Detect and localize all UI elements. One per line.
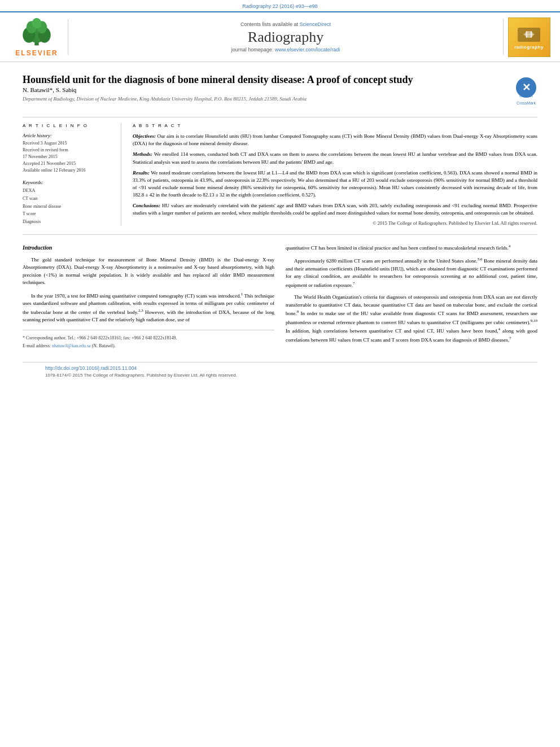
article-info-column: A R T I C L E I N F O Article history: R… xyxy=(23,123,121,225)
article-info-abstract-section: A R T I C L E I N F O Article history: R… xyxy=(23,117,537,225)
section-divider xyxy=(23,234,537,235)
footer-bar: http://dx.doi.org/10.1016/j.radi.2015.11… xyxy=(23,362,537,381)
footnotes: * Corresponding author. Tel.: +966 2 640… xyxy=(23,330,274,349)
abstract-column: A B S T R A C T Objectives: Our aim is t… xyxy=(121,123,537,225)
received-revised-date: 17 November 2015 xyxy=(23,154,112,160)
sciencedirect-link[interactable]: ScienceDirect xyxy=(300,21,331,27)
journal-logo-area: radiography xyxy=(504,18,554,57)
keyword-tscore: T score xyxy=(23,210,112,218)
journal-reference: Radiography 22 (2016) e93—e98 xyxy=(0,0,560,11)
email-footnote: E-mail address: nhatawil@kau.edu.sa (N. … xyxy=(23,343,274,349)
xray-icon xyxy=(515,25,543,45)
article-history: Article history: Received 3 August 2015 … xyxy=(23,133,112,174)
affiliation: Department of Radiology, Division of Nuc… xyxy=(23,96,424,102)
elsevier-label: ELSEVIER xyxy=(15,49,58,57)
journal-header: ELSEVIER Contents lists available at Sci… xyxy=(0,11,560,62)
ref-7b: 7 xyxy=(509,336,511,340)
keyword-diagnosis: Diagnosis xyxy=(23,218,112,226)
article-info-label: A R T I C L E I N F O xyxy=(23,123,112,128)
crossmark-label: CrossMark xyxy=(515,101,537,105)
authors: N. Batawil*, S. Sabiq xyxy=(23,86,424,93)
journal-title: Radiography xyxy=(80,29,492,46)
abstract-conclusions: Conclusions: HU values are moderately co… xyxy=(133,202,537,217)
abstract-label: A B S T R A C T xyxy=(133,123,537,128)
keywords-title: Keywords: xyxy=(23,180,112,185)
svg-text:CrossMark: CrossMark xyxy=(519,94,533,98)
contents-line: Contents lists available at ScienceDirec… xyxy=(80,21,492,27)
abstract-objectives: Objectives: Our aim is to correlate Houn… xyxy=(133,133,537,147)
homepage-link[interactable]: www.elsevier.com/locate/radi xyxy=(275,47,340,53)
intro-para-1: The gold standard technique for measurem… xyxy=(23,256,274,287)
svg-text:✕: ✕ xyxy=(522,82,531,93)
ref-9-10: 9,10 xyxy=(531,318,537,323)
ref-7a: 7 xyxy=(353,281,355,286)
right-para-3: The World Health Organization's criteria… xyxy=(286,294,537,344)
footnote-area: * Corresponding author. Tel.: +966 2 640… xyxy=(23,330,274,349)
article-title: Hounsfield unit for the diagnosis of bon… xyxy=(23,73,424,108)
elsevier-tree-icon xyxy=(14,17,59,48)
svg-point-6 xyxy=(32,18,42,28)
introduction-heading: Introduction xyxy=(23,243,274,252)
accepted-date: Accepted 21 November 2015 xyxy=(23,160,112,167)
article-body: Hounsfield unit for the diagnosis of bon… xyxy=(0,62,560,381)
available-date: Available online 12 February 2016 xyxy=(23,167,112,174)
keywords-section: Keywords: DEXA CT scan Bone mineral dise… xyxy=(23,180,112,225)
article-title-section: Hounsfield unit for the diagnosis of bon… xyxy=(23,62,537,114)
email-link[interactable]: nhatawil@kau.edu.sa xyxy=(52,343,91,348)
body-left-column: Introduction The gold standard technique… xyxy=(23,243,274,351)
history-title: Article history: xyxy=(23,133,112,138)
right-para-1: quantitative CT has been limited in clin… xyxy=(286,243,537,252)
body-right-column: quantitative CT has been limited in clin… xyxy=(286,243,537,351)
abstract-methods: Methods: We enrolled 114 women, conducte… xyxy=(133,151,537,165)
received-revised-label: Received in revised form xyxy=(23,147,112,154)
corresponding-footnote: * Corresponding author. Tel.: +966 2 640… xyxy=(23,335,274,341)
intro-para-2: In the year 1970, a test for BMD using q… xyxy=(23,291,274,324)
received-date: Received 3 August 2015 xyxy=(23,140,112,147)
ref-2-3: 2,3 xyxy=(138,308,143,313)
keyword-ct: CT scan xyxy=(23,195,112,203)
abstract-results: Results: We noted moderate correlations … xyxy=(133,169,537,199)
ref-4a: 4 xyxy=(509,244,511,248)
crossmark-badge: ✕ CrossMark CrossMark xyxy=(515,73,537,105)
badge-label: radiography xyxy=(514,45,544,50)
keyword-dexa: DEXA xyxy=(23,187,112,195)
crossmark-icon: ✕ CrossMark xyxy=(515,76,537,99)
right-para-2: Approximately 6280 million CT scans are … xyxy=(286,256,537,289)
issn-text: 1078-8174/© 2015 The College of Radiogra… xyxy=(45,373,237,378)
doi-link[interactable]: http://dx.doi.org/10.1016/j.radi.2015.11… xyxy=(45,365,515,371)
keyword-bone: Bone mineral disease xyxy=(23,203,112,211)
elsevier-logo-area: ELSEVIER xyxy=(6,17,68,57)
radiography-badge: radiography xyxy=(508,18,550,57)
journal-center-info: Contents lists available at ScienceDirec… xyxy=(68,19,504,55)
copyright: © 2015 The College of Radiographers. Pub… xyxy=(133,220,537,226)
homepage-line: journal homepage: www.elsevier.com/locat… xyxy=(80,47,492,53)
body-columns: Introduction The gold standard technique… xyxy=(23,243,537,362)
